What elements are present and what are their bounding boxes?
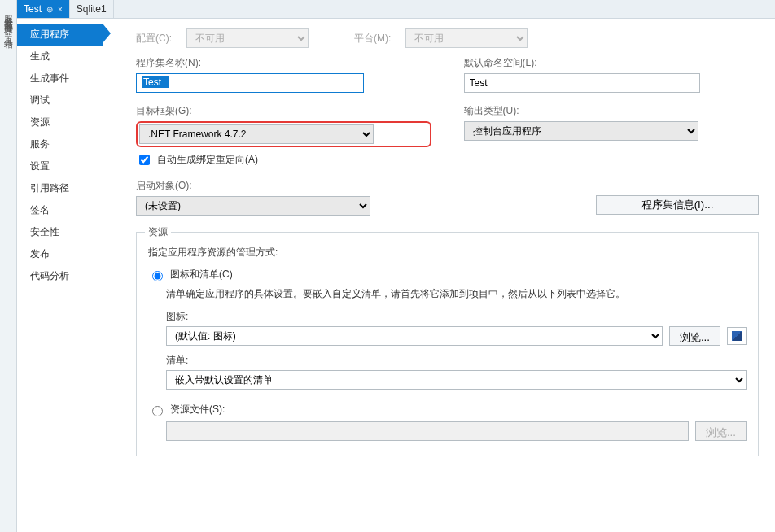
- tab-title: Sqlite1: [77, 3, 107, 15]
- close-icon[interactable]: ×: [58, 5, 63, 14]
- icon-select[interactable]: (默认值: 图标): [166, 326, 663, 346]
- assembly-name-value: Test: [142, 76, 169, 88]
- application-page: 配置(C): 不可用 平台(M): 不可用 程序集名称(N): Test: [103, 19, 775, 532]
- configuration-select: 不可用: [186, 28, 309, 48]
- tab-test[interactable]: Test ⊕ ×: [17, 0, 70, 18]
- resource-file-input: [166, 421, 689, 441]
- sidebar-item-resources[interactable]: 资源: [17, 111, 103, 133]
- output-type-select[interactable]: 控制台应用程序: [464, 121, 698, 141]
- rail-item-toolbox[interactable]: 工具箱: [2, 29, 15, 34]
- target-framework-select[interactable]: .NET Framework 4.7.2: [139, 124, 374, 144]
- manifest-desc: 清单确定应用程序的具体设置。要嵌入自定义清单，请首先将它添加到项目中，然后从以下…: [166, 286, 747, 302]
- assembly-info-button[interactable]: 程序集信息(I)...: [596, 195, 759, 215]
- rail-item-server-explorer[interactable]: 服务器资源管理器: [2, 8, 15, 21]
- radio-icon-manifest-label: 图标和清单(C): [170, 268, 233, 281]
- manifest-label: 清单:: [166, 354, 747, 368]
- tab-sqlite1[interactable]: Sqlite1: [70, 0, 114, 18]
- sidebar-item-build-events[interactable]: 生成事件: [17, 68, 103, 89]
- default-namespace-label: 默认命名空间(L):: [464, 56, 760, 70]
- resources-group-title: 资源: [145, 225, 171, 239]
- sidebar-item-services[interactable]: 服务: [17, 133, 103, 155]
- resources-desc: 指定应用程序资源的管理方式:: [148, 246, 747, 259]
- default-namespace-input[interactable]: [464, 73, 700, 93]
- manifest-select[interactable]: 嵌入带默认设置的清单: [166, 370, 747, 390]
- startup-object-label: 启动对象(O):: [136, 179, 370, 193]
- sidebar-item-publish[interactable]: 发布: [17, 243, 103, 265]
- sidebar-item-settings[interactable]: 设置: [17, 155, 103, 177]
- browse-icon-button[interactable]: 浏览...: [669, 326, 720, 346]
- icon-label: 图标:: [166, 310, 747, 324]
- browse-resource-file-button: 浏览...: [695, 421, 747, 441]
- auto-binding-redirect-label: 自动生成绑定重定向(A): [157, 153, 258, 167]
- left-tool-rail: 服务器资源管理器 工具箱: [0, 0, 17, 532]
- sidebar-item-signing[interactable]: 签名: [17, 199, 103, 221]
- output-type-label: 输出类型(U):: [464, 104, 760, 118]
- sidebar-item-application[interactable]: 应用程序: [17, 24, 103, 46]
- radio-resource-file[interactable]: [152, 406, 163, 416]
- auto-binding-redirect-checkbox[interactable]: [139, 155, 150, 165]
- tab-title: Test: [24, 3, 42, 15]
- resources-group: 资源 指定应用程序资源的管理方式: 图标和清单(C) 清单确定应用程序的具体设置…: [136, 232, 759, 456]
- app-icon-preview: [727, 327, 747, 345]
- pin-icon[interactable]: ⊕: [46, 5, 53, 14]
- radio-icon-manifest[interactable]: [152, 271, 163, 281]
- sidebar-item-code-analysis[interactable]: 代码分析: [17, 265, 103, 287]
- startup-object-select[interactable]: (未设置): [136, 196, 370, 216]
- sidebar-item-reference-paths[interactable]: 引用路径: [17, 177, 103, 199]
- sidebar-item-build[interactable]: 生成: [17, 46, 103, 68]
- platform-select: 不可用: [405, 28, 528, 48]
- target-framework-highlight: .NET Framework 4.7.2: [136, 121, 431, 147]
- document-tab-bar: Test ⊕ × Sqlite1: [17, 0, 775, 19]
- sidebar-item-security[interactable]: 安全性: [17, 221, 103, 243]
- assembly-name-input[interactable]: Test: [136, 73, 364, 93]
- assembly-name-label: 程序集名称(N):: [136, 56, 431, 70]
- target-framework-label: 目标框架(G):: [136, 104, 431, 118]
- platform-label: 平台(M):: [354, 32, 391, 46]
- sidebar-item-debug[interactable]: 调试: [17, 89, 103, 111]
- configuration-label: 配置(C):: [136, 32, 172, 46]
- project-page-sidebar: 应用程序 生成 生成事件 调试 资源 服务 设置 引用路径 签名 安全性 发布 …: [17, 19, 103, 532]
- radio-resource-file-label: 资源文件(S):: [170, 403, 225, 416]
